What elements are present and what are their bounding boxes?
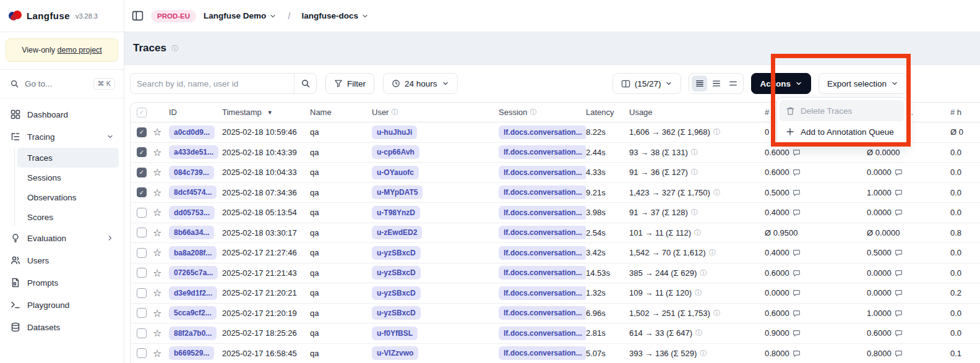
user-id-badge[interactable]: u-huJhuJi — [372, 126, 417, 139]
sidebar-item-scores[interactable]: Scores — [17, 207, 119, 227]
column-header-score3[interactable]: # h — [950, 108, 980, 117]
project-breadcrumb[interactable]: langfuse-docs — [301, 11, 369, 20]
user-id-badge[interactable]: u-yzSBxcD — [372, 286, 421, 300]
bookmark-star-icon[interactable]: ☆ — [153, 166, 169, 178]
row-checkbox[interactable]: ✓ — [137, 348, 147, 358]
session-id-badge[interactable]: lf.docs.conversation... — [499, 206, 586, 220]
sidebar-item-playground[interactable]: Playground — [5, 294, 119, 316]
table-row[interactable]: ✓ ☆ 8dcf4574... 2025-02-18 07:34:36 qa u… — [131, 183, 980, 203]
filter-button[interactable]: Filter — [325, 73, 374, 94]
row-height-medium-icon[interactable] — [708, 75, 724, 92]
row-checkbox[interactable]: ✓ — [137, 308, 147, 318]
user-id-badge[interactable]: u-T98YnzD — [372, 206, 420, 220]
columns-button[interactable]: (15/27) — [612, 73, 682, 94]
row-checkbox[interactable]: ✓ — [137, 328, 147, 338]
export-selection-button[interactable]: Export selection — [819, 73, 907, 94]
table-row[interactable]: ✓ ☆ dd05753... 2025-02-18 05:13:54 qa u-… — [131, 203, 980, 223]
sidebar-item-traces[interactable]: Traces — [17, 148, 119, 168]
bookmark-star-icon[interactable]: ☆ — [153, 307, 169, 319]
table-row[interactable]: ✓ ☆ 084c739... 2025-02-18 10:04:33 qa u-… — [131, 163, 980, 183]
sidebar-item-observations[interactable]: Observations — [17, 187, 119, 207]
sidebar-item-dashboard[interactable]: Dashboard — [5, 103, 119, 126]
trace-id-badge[interactable]: a0cd0d9... — [169, 126, 215, 139]
trace-id-badge[interactable]: d3e9d1f2... — [169, 286, 217, 300]
goto-search[interactable]: Go to... ⌘ K — [0, 70, 124, 98]
column-header-session[interactable]: Sessionⓘ — [499, 108, 586, 117]
user-id-badge[interactable]: u-MYpDAT5 — [372, 186, 423, 199]
table-row[interactable]: ✓ ☆ 5cca9cf2... 2025-02-17 21:20:19 qa u… — [131, 304, 980, 324]
trace-id-badge[interactable]: 07265c7a... — [169, 266, 218, 280]
column-header-usage[interactable]: Usage — [629, 108, 765, 117]
session-id-badge[interactable]: lf.docs.conversation... — [499, 327, 586, 340]
time-range-button[interactable]: 24 hours — [383, 73, 458, 94]
sidebar-item-evaluation[interactable]: Evaluation — [5, 227, 119, 249]
user-id-badge[interactable]: u-VIZzvwo — [372, 346, 418, 360]
org-breadcrumb[interactable]: Langfuse Demo — [204, 11, 277, 20]
row-checkbox[interactable]: ✓ — [137, 168, 147, 177]
bookmark-star-icon[interactable]: ☆ — [153, 147, 169, 158]
row-checkbox[interactable]: ✓ — [137, 268, 147, 278]
search-icon[interactable] — [294, 74, 316, 93]
user-id-badge[interactable]: u-zEwdED2 — [372, 226, 422, 239]
row-checkbox[interactable]: ✓ — [137, 127, 147, 137]
bookmark-star-icon[interactable]: ☆ — [153, 126, 169, 138]
table-row[interactable]: ✓ ☆ 88f2a7b0... 2025-02-17 18:25:26 qa u… — [131, 323, 980, 344]
table-row[interactable]: ✓ ☆ d3e9d1f2... 2025-02-17 21:20:21 qa u… — [131, 283, 980, 304]
user-id-badge[interactable]: u-yzSBxcD — [372, 246, 421, 260]
sidebar-item-users[interactable]: Users — [5, 249, 119, 271]
row-checkbox[interactable]: ✓ — [137, 147, 147, 157]
trace-id-badge[interactable]: 88f2a7b0... — [169, 327, 217, 340]
select-all-checkbox[interactable]: ✓ — [137, 108, 147, 117]
user-id-badge[interactable]: u-cp66Avh — [372, 145, 419, 159]
row-checkbox[interactable]: ✓ — [137, 288, 147, 298]
row-height-small-icon[interactable] — [692, 75, 707, 92]
session-id-badge[interactable]: lf.docs.conversation... — [499, 166, 586, 179]
bookmark-star-icon[interactable]: ☆ — [153, 207, 169, 218]
sidebar-toggle-icon[interactable] — [132, 10, 144, 22]
table-row[interactable]: ✓ ☆ a433de51... 2025-02-18 10:43:39 qa u… — [131, 143, 980, 163]
demo-project-link[interactable]: demo project — [58, 46, 102, 54]
user-id-badge[interactable]: u-OYauofc — [372, 166, 419, 179]
sidebar-item-sessions[interactable]: Sessions — [17, 168, 119, 187]
row-height-large-icon[interactable] — [725, 75, 741, 92]
session-id-badge[interactable]: lf.docs.conversation... — [499, 246, 586, 260]
bookmark-star-icon[interactable]: ☆ — [153, 287, 169, 299]
session-id-badge[interactable]: lf.docs.conversation... — [499, 186, 586, 199]
table-row[interactable]: ✓ ☆ ba8a208f... 2025-02-17 21:27:46 qa u… — [131, 243, 980, 263]
sidebar-item-tracing[interactable]: Tracing — [5, 126, 119, 148]
bookmark-star-icon[interactable]: ☆ — [153, 187, 169, 199]
trace-id-badge[interactable]: a433de51... — [169, 145, 218, 159]
row-checkbox[interactable]: ✓ — [137, 248, 147, 258]
sidebar-item-prompts[interactable]: Prompts — [5, 271, 119, 294]
column-header-id[interactable]: ID — [169, 108, 222, 117]
bookmark-star-icon[interactable]: ☆ — [153, 227, 169, 239]
user-id-badge[interactable]: u-f0YfBSL — [372, 327, 418, 340]
trace-id-badge[interactable]: 5cca9cf2... — [169, 306, 217, 320]
column-header-name[interactable]: Name — [310, 108, 372, 117]
row-checkbox[interactable]: ✓ — [137, 187, 147, 197]
session-id-badge[interactable]: lf.docs.conversation... — [499, 226, 586, 239]
user-id-badge[interactable]: u-yzSBxcD — [372, 266, 421, 280]
user-id-badge[interactable]: u-yzSBxcD — [372, 306, 421, 320]
bookmark-star-icon[interactable]: ☆ — [153, 267, 169, 279]
column-header-timestamp[interactable]: Timestamp▼ — [222, 108, 310, 117]
sidebar-item-datasets[interactable]: Datasets — [5, 316, 119, 338]
bookmark-star-icon[interactable]: ☆ — [153, 348, 169, 359]
table-row[interactable]: ✓ ☆ 07265c7a... 2025-02-17 21:21:43 qa u… — [131, 263, 980, 284]
actions-button[interactable]: Actions — [751, 73, 811, 94]
session-id-badge[interactable]: lf.docs.conversation... — [499, 145, 586, 159]
table-row[interactable]: ✓ ☆ b669529... 2025-02-17 16:58:45 qa u-… — [131, 344, 980, 363]
trace-id-badge[interactable]: 084c739... — [169, 166, 214, 179]
session-id-badge[interactable]: lf.docs.conversation... — [499, 346, 586, 360]
column-header-user[interactable]: Userⓘ — [372, 108, 499, 117]
session-id-badge[interactable]: lf.docs.conversation... — [499, 126, 586, 139]
session-id-badge[interactable]: lf.docs.conversation... — [499, 306, 586, 320]
column-header-latency[interactable]: Latency — [586, 108, 629, 117]
trace-id-badge[interactable]: 8b66a34... — [169, 226, 214, 239]
trace-id-badge[interactable]: dd05753... — [169, 206, 215, 220]
bookmark-star-icon[interactable]: ☆ — [153, 247, 169, 258]
menu-item-add-to-annotation-queue[interactable]: Add to Annotation Queue — [780, 121, 904, 142]
table-row[interactable]: ✓ ☆ 8b66a34... 2025-02-18 03:30:17 qa u-… — [131, 223, 980, 244]
bookmark-star-icon[interactable]: ☆ — [153, 327, 169, 339]
trace-id-badge[interactable]: b669529... — [169, 346, 214, 360]
